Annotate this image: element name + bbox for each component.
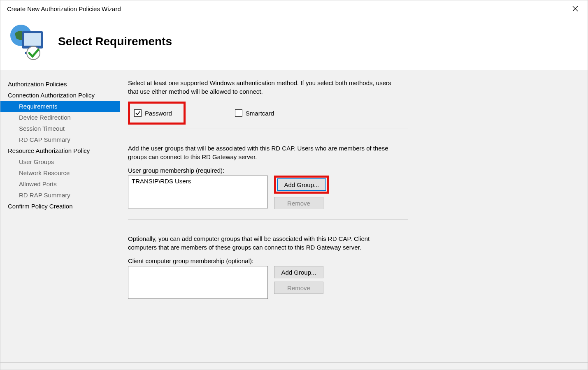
wizard-content: Select at least one supported Windows au… <box>120 70 588 362</box>
smartcard-checkbox[interactable] <box>235 109 242 117</box>
page-title: Select Requirements <box>58 35 172 48</box>
list-item[interactable]: TRANSIP\RDS Users <box>132 178 264 185</box>
user-groups-description: Add the user groups that will be associa… <box>128 144 400 161</box>
close-button[interactable] <box>567 0 583 17</box>
nav-session-timeout[interactable]: Session Timeout <box>0 123 120 134</box>
wizard-header-icon <box>9 21 50 62</box>
window-title: Create New Authorization Policies Wizard <box>7 5 121 12</box>
nav-confirm-policy-creation[interactable]: Confirm Policy Creation <box>0 201 120 212</box>
smartcard-checkbox-wrap: Smartcard <box>231 107 278 119</box>
divider <box>128 129 408 129</box>
divider <box>128 219 408 220</box>
remove-computer-group-button: Remove <box>274 282 323 294</box>
nav-allowed-ports[interactable]: Allowed Ports <box>0 178 120 190</box>
auth-method-description: Select at least one supported Windows au… <box>128 79 400 96</box>
password-label: Password <box>145 110 172 117</box>
nav-rd-cap-summary[interactable]: RD CAP Summary <box>0 134 120 145</box>
computer-groups-description: Optionally, you can add computer groups … <box>128 234 400 252</box>
nav-authorization-policies[interactable]: Authorization Policies <box>0 79 120 90</box>
titlebar: Create New Authorization Policies Wizard <box>0 0 588 17</box>
wizard-header: Select Requirements <box>0 17 588 70</box>
user-group-listbox[interactable]: TRANSIP\RDS Users <box>128 176 268 208</box>
password-checkbox-highlight: Password <box>128 102 186 125</box>
remove-user-group-button: Remove <box>274 197 323 209</box>
nav-network-resource[interactable]: Network Resource <box>0 167 120 178</box>
svg-rect-4 <box>24 33 41 46</box>
smartcard-label: Smartcard <box>246 110 274 117</box>
user-group-membership-label: User group membership (required): <box>128 167 571 174</box>
nav-device-redirection[interactable]: Device Redirection <box>0 112 120 123</box>
password-checkbox[interactable] <box>134 109 142 117</box>
nav-requirements[interactable]: Requirements <box>0 101 120 112</box>
add-user-group-highlight: Add Group... <box>274 176 329 194</box>
wizard-nav-sidebar: Authorization Policies Connection Author… <box>0 70 120 362</box>
computer-group-listbox[interactable] <box>128 266 268 299</box>
computer-group-membership-label: Client computer group membership (option… <box>128 257 571 264</box>
nav-resource-auth-policy[interactable]: Resource Authorization Policy <box>0 145 120 156</box>
nav-rd-rap-summary[interactable]: RD RAP Summary <box>0 190 120 201</box>
wizard-footer: < Previous Next > Finish Cancel <box>0 362 588 370</box>
close-icon <box>572 6 578 12</box>
add-computer-group-button[interactable]: Add Group... <box>274 266 323 278</box>
nav-user-groups[interactable]: User Groups <box>0 156 120 167</box>
nav-connection-auth-policy[interactable]: Connection Authorization Policy <box>0 90 120 101</box>
check-icon <box>135 110 141 116</box>
add-user-group-button[interactable]: Add Group... <box>277 178 326 191</box>
